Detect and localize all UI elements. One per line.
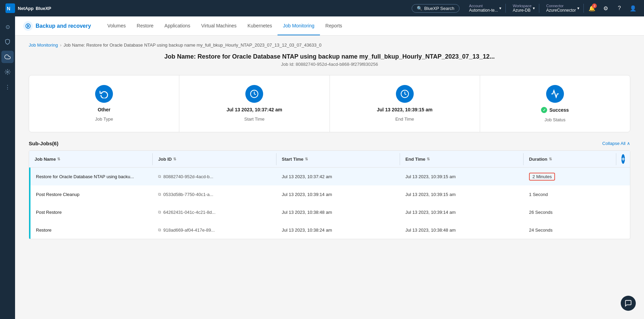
secondary-brand[interactable]: Backup and recovery [23,21,91,31]
sort-icon-job-id: ⇅ [173,157,176,161]
start-time-value: Jul 13 2023, 10:37:42 am [227,107,282,112]
td-job-name-3: Post Restore [29,206,153,219]
sort-icon-end-time: ⇅ [427,157,430,161]
tab-applications[interactable]: Applications [159,16,196,35]
table-row: Post Restore Cleanup ⧉ 0533d58b-7750-40c… [29,185,630,203]
job-type-icon [95,85,113,103]
connector-chevron-icon: ▾ [577,6,579,11]
td-end-time-1: Jul 13 2023, 10:39:15 am [400,170,524,183]
notifications-button[interactable]: 🔔 2 [587,3,597,14]
status-card-job-type: Other Job Type [29,75,179,132]
td-add-3 [616,208,630,216]
th-job-id[interactable]: Job ID ⇅ [153,153,276,165]
table-row: Restore ⧉ 918ad669-af04-417e-89... Jul 1… [29,221,630,239]
connector-section[interactable]: Connector AzureConnector ▾ [542,4,584,13]
copy-icon-1[interactable]: ⧉ [158,174,161,179]
th-end-time[interactable]: End Time ⇅ [400,153,524,165]
td-add-2 [616,190,630,198]
sidebar-item-shield[interactable] [1,36,14,48]
account-section[interactable]: Account Automation-te... ▾ [465,4,506,13]
user-avatar[interactable]: 👤 [628,3,639,14]
top-nav: N NetApp BlueXP 🔍 BlueXP Search Account … [0,0,644,16]
success-check-icon: ✓ [541,107,547,113]
svg-text:N: N [7,6,10,11]
workspace-chevron-icon: ▾ [533,6,535,11]
tab-reports[interactable]: Reports [320,16,348,35]
account-label: Account [469,4,498,8]
td-add-4 [616,226,630,234]
add-column-button[interactable]: + [621,154,625,164]
tab-kubernetes[interactable]: Kubernetes [242,16,278,35]
td-duration-1: 2 Minutes [524,169,616,185]
settings-button[interactable]: ⚙ [600,3,611,14]
td-end-time-2: Jul 13 2023, 10:39:15 am [400,188,524,201]
td-end-time-3: Jul 13 2023, 10:39:14 am [400,206,524,219]
account-chevron-icon: ▾ [499,6,501,11]
tab-volumes[interactable]: Volumes [102,16,131,35]
copy-icon-3[interactable]: ⧉ [158,210,161,214]
sub-jobs-title: Sub-Jobs(6) [29,140,59,146]
th-job-name[interactable]: Job Name ⇅ [29,153,153,165]
collapse-all-button[interactable]: Collapse All ∧ [602,141,630,146]
td-start-time-1: Jul 13 2023, 10:37:42 am [276,170,400,183]
breadcrumb-parent[interactable]: Job Monitoring [29,42,58,48]
td-start-time-3: Jul 13 2023, 10:38:48 am [276,206,400,219]
search-label: BlueXP Search [424,6,454,11]
job-status-icon [546,85,564,103]
table-row-1: Restore for Oracle Database NTAP using b… [29,168,630,185]
workspace-section[interactable]: Workspace Azure-DB ▾ [508,4,539,13]
sort-icon-job-name: ⇅ [57,157,60,161]
td-add-1 [616,172,630,181]
sidebar-item-backup[interactable] [1,51,14,63]
connector-value: AzureConnector [546,8,576,13]
start-time-icon [245,85,263,103]
account-value: Automation-te... [469,8,498,13]
job-status-label: Job Status [544,117,565,122]
sort-icon-start-time: ⇅ [305,157,308,161]
page-title: Job Name: Restore for Oracle Database NT… [29,53,630,60]
end-time-label: End Time [395,116,414,122]
td-job-id-3: ⧉ 64262431-041c-4c21-8d... [153,206,276,219]
sort-icon-duration: ⇅ [549,157,552,161]
chat-button[interactable] [621,296,636,311]
status-card-start-time: Jul 13 2023, 10:37:42 am Start Time [179,75,330,132]
end-time-value: Jul 13 2023, 10:39:15 am [377,107,433,112]
table-row-2: Post Restore Cleanup ⧉ 0533d58b-7750-40c… [29,185,630,203]
page-subtitle: Job Id: 80882740-952d-4acd-b868-9f279f83… [29,62,630,67]
th-duration[interactable]: Duration ⇅ [524,153,616,165]
copy-icon-4[interactable]: ⧉ [158,228,161,232]
sidebar-item-home[interactable]: ⊙ [1,21,14,33]
table-row: Restore for Oracle Database NTAP using b… [29,168,630,185]
duration-badge: 2 Minutes [529,173,555,181]
secondary-nav: Backup and recovery Volumes Restore Appl… [15,16,644,36]
job-type-value: Other [98,107,110,112]
end-time-icon [396,85,414,103]
tab-restore[interactable]: Restore [131,16,159,35]
breadcrumb-separator: › [60,42,61,48]
workspace-value: Azure-DB [513,8,531,13]
copy-icon-2[interactable]: ⧉ [158,192,161,197]
help-button[interactable]: ? [614,3,625,14]
td-job-id-4: ⧉ 918ad669-af04-417e-89... [153,223,276,237]
tab-job-monitoring[interactable]: Job Monitoring [278,16,320,35]
td-duration-3: 26 Seconds [524,206,616,219]
search-button[interactable]: 🔍 BlueXP Search [412,4,460,13]
th-start-time[interactable]: Start Time ⇅ [276,153,400,165]
workspace-label: Workspace [513,4,531,8]
table-row: Post Restore ⧉ 64262431-041c-4c21-8d... … [29,203,630,221]
th-add: + [616,151,630,167]
sidebar-item-dots[interactable]: ⋮ [1,81,14,93]
search-icon: 🔍 [417,6,422,11]
brand-icon [23,21,33,31]
collapse-chevron-icon: ∧ [627,141,630,146]
notification-badge: 2 [592,3,597,8]
jobs-table: Job Name ⇅ Job ID ⇅ Start Time ⇅ End Tim… [29,150,630,239]
tab-virtual-machines[interactable]: Virtual Machines [196,16,242,35]
nav-tabs: Volumes Restore Applications Virtual Mac… [102,16,348,35]
status-card-end-time: Jul 13 2023, 10:39:15 am End Time [330,75,480,132]
sidebar-item-cluster[interactable] [1,66,14,78]
start-time-label: Start Time [244,116,265,122]
brand-logo[interactable]: N NetApp BlueXP [5,3,51,13]
connector-label: Connector [546,4,576,8]
job-type-label: Job Type [95,116,113,122]
